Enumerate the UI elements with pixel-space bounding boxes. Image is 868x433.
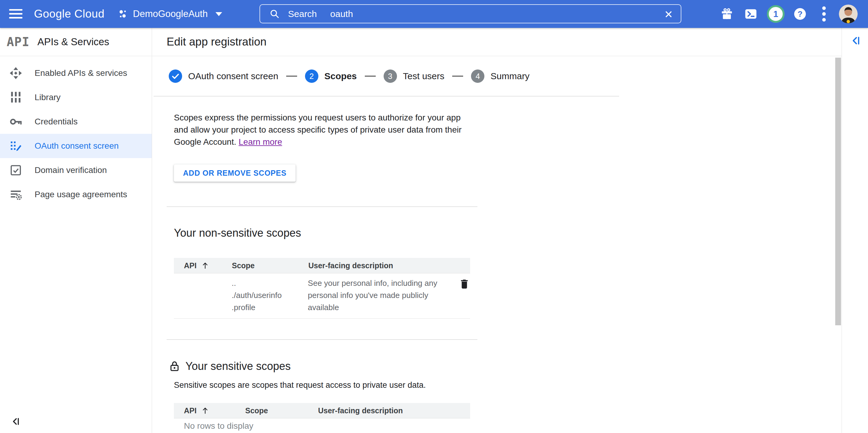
svg-text:?: ?	[798, 9, 802, 19]
scope-line: ..	[231, 277, 308, 289]
help-icon[interactable]: ?	[793, 0, 807, 28]
sidebar-item-oauth-consent-screen[interactable]: OAuth consent screen	[0, 134, 152, 158]
sensitive-scopes-description: Sensitive scopes are scopes that request…	[174, 380, 426, 390]
step-summary[interactable]: Summary	[491, 71, 529, 81]
cell-description: See your personal info, including any pe…	[308, 277, 446, 313]
sidebar-item-label: Credentials	[35, 117, 78, 127]
google-cloud-logo[interactable]: Google Cloud	[34, 0, 104, 28]
top-app-bar: Google Cloud DemoGoogleAuth Search oauth	[0, 0, 868, 28]
project-selector[interactable]: DemoGoogleAuth	[118, 0, 222, 28]
collapse-sidebar-icon[interactable]	[10, 416, 21, 427]
column-header-description[interactable]: User-facing description	[318, 406, 470, 415]
collapse-panel-icon[interactable]	[850, 35, 862, 47]
search-label: Search	[288, 9, 317, 19]
enabled-apis-icon	[9, 66, 23, 80]
free-trial-gift-icon[interactable]	[720, 0, 733, 28]
divider	[166, 339, 477, 340]
more-options-icon[interactable]	[819, 0, 829, 28]
scope-line: .profile	[231, 301, 308, 313]
non-sensitive-scopes-table: API Scope User-facing description .. ./a…	[174, 258, 470, 319]
hamburger-menu-icon[interactable]	[9, 9, 23, 19]
step-test-users[interactable]: Test users	[403, 71, 445, 81]
sidebar-item-label: Library	[35, 93, 61, 102]
column-header-api[interactable]: API	[174, 261, 232, 270]
avatar[interactable]	[839, 0, 858, 28]
cloud-shell-icon[interactable]	[744, 0, 757, 28]
sidebar-item-enabled-apis[interactable]: Enabled APIs & services	[0, 61, 152, 85]
library-icon	[9, 91, 23, 104]
page-header: Edit app registration	[152, 28, 842, 56]
search-input[interactable]: Search oauth	[259, 4, 681, 23]
sidebar-header: API APIs & Services	[0, 28, 152, 56]
step-oauth-consent-screen[interactable]: OAuth consent screen	[188, 71, 278, 81]
step-scopes[interactable]: Scopes	[324, 71, 357, 81]
notifications-badge[interactable]: 1	[767, 0, 784, 28]
step-separator	[365, 75, 376, 77]
add-or-remove-scopes-button[interactable]: ADD OR REMOVE SCOPES	[174, 164, 296, 182]
right-panel-rail	[842, 28, 868, 433]
sidebar: API APIs & Services Enabled APIs & servi…	[0, 28, 152, 433]
empty-table-message: No rows to display	[184, 421, 253, 431]
sidebar-item-label: OAuth consent screen	[35, 141, 119, 151]
sidebar-item-label: Page usage agreements	[35, 190, 127, 199]
delete-scope-icon[interactable]	[459, 278, 470, 290]
table-header-row: API Scope User-facing description	[174, 403, 470, 419]
page-title: Edit app registration	[166, 28, 842, 56]
search-query-value: oauth	[330, 9, 353, 19]
sidebar-item-credentials[interactable]: Credentials	[0, 110, 152, 134]
sensitive-scopes-heading: Your sensitive scopes	[185, 360, 291, 373]
notification-count: 1	[767, 5, 784, 23]
chevron-down-icon	[215, 12, 222, 16]
column-header-scope[interactable]: Scope	[232, 261, 308, 270]
table-header-row: API Scope User-facing description	[174, 258, 470, 273]
scopes-intro-body: Scopes express the permissions you reque…	[174, 113, 462, 147]
cell-actions	[446, 277, 470, 313]
project-icon	[118, 9, 128, 19]
sidebar-item-library[interactable]: Library	[0, 85, 152, 110]
step-done-check-icon[interactable]	[169, 69, 182, 83]
sidebar-item-domain-verification[interactable]: Domain verification	[0, 158, 152, 182]
domain-verification-icon	[9, 163, 23, 177]
sort-ascending-icon	[201, 261, 209, 270]
page-usage-icon	[9, 188, 23, 201]
search-icon	[269, 8, 280, 20]
non-sensitive-scopes-heading: Your non-sensitive scopes	[174, 227, 301, 239]
scope-line: ./auth/userinfo	[231, 289, 308, 301]
table-row: .. ./auth/userinfo .profile See your per…	[174, 273, 470, 319]
clear-search-icon[interactable]	[663, 9, 674, 20]
column-header-description[interactable]: User-facing description	[308, 261, 470, 270]
consent-screen-icon	[9, 139, 23, 153]
column-header-api-label: API	[184, 406, 197, 415]
learn-more-link[interactable]: Learn more	[239, 137, 282, 147]
cell-scope: .. ./auth/userinfo .profile	[231, 277, 308, 313]
sidebar-title: APIs & Services	[37, 36, 109, 48]
project-name: DemoGoogleAuth	[133, 8, 208, 20]
sensitive-scopes-heading-row: Your sensitive scopes	[168, 360, 291, 373]
api-product-logo: API	[7, 35, 29, 49]
main-content: Edit app registration OAuth consent scre…	[152, 28, 842, 433]
vertical-scrollbar[interactable]	[835, 58, 841, 325]
key-icon	[9, 115, 23, 128]
divider	[166, 206, 477, 207]
scopes-intro-text: Scopes express the permissions you reque…	[174, 112, 465, 148]
step-number-3[interactable]: 3	[383, 69, 397, 83]
column-header-scope[interactable]: Scope	[245, 406, 318, 415]
registration-stepper: OAuth consent screen 2 Scopes 3 Test use…	[169, 69, 530, 83]
step-separator	[452, 75, 463, 77]
divider	[154, 96, 619, 96]
sort-ascending-icon	[201, 406, 209, 415]
lock-icon	[168, 360, 181, 372]
step-number-4[interactable]: 4	[471, 69, 485, 83]
sidebar-nav: Enabled APIs & services Library Cred	[0, 56, 152, 207]
sidebar-item-label: Domain verification	[35, 165, 107, 175]
cell-api	[174, 277, 231, 313]
sidebar-item-label: Enabled APIs & services	[35, 68, 127, 78]
sidebar-item-page-usage-agreements[interactable]: Page usage agreements	[0, 182, 152, 207]
step-separator	[286, 75, 297, 77]
column-header-api-label: API	[184, 261, 197, 270]
step-number-2[interactable]: 2	[305, 69, 318, 83]
sensitive-scopes-table: API Scope User-facing description	[174, 403, 470, 419]
column-header-api[interactable]: API	[174, 406, 245, 415]
description-text: See your personal info, including any pe…	[308, 277, 446, 313]
